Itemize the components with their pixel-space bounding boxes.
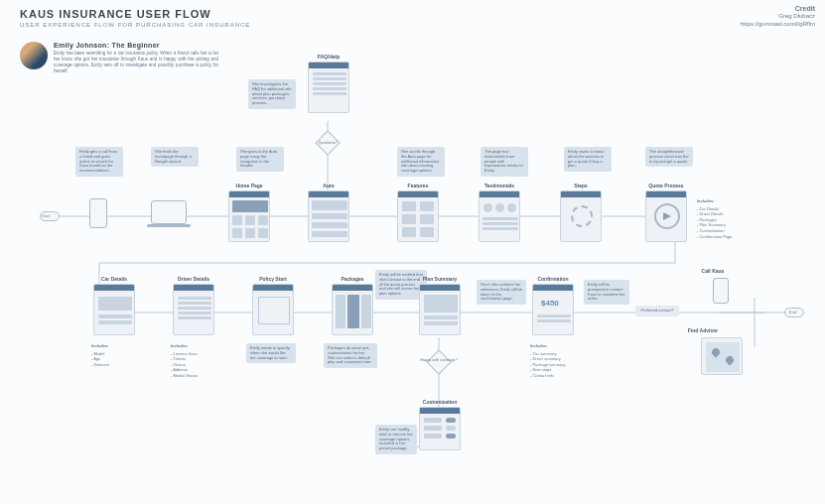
car-wireframe — [93, 284, 135, 335]
confirm-right-note: Emily will be prompted to contact Kaus t… — [584, 280, 629, 305]
credit-name: Greg Dlubacz — [741, 13, 815, 21]
auto-wireframe — [308, 190, 349, 242]
note-r2-1: Emily gets a call from a friend and goes… — [75, 147, 123, 177]
page-title: KAUS INSURANCE USER FLOW — [20, 8, 211, 20]
steps-wireframe — [560, 190, 602, 242]
auto-label: Auto — [299, 183, 358, 189]
plan-right-note: Once she confirms her selections, Emily … — [477, 280, 526, 305]
call-label: Call Kaus — [688, 268, 738, 274]
quote-label: Quote Process — [636, 183, 696, 189]
plan-label: Plan Summary — [410, 276, 470, 282]
faq-wireframe — [308, 62, 349, 113]
questions-label: Questions? — [313, 141, 343, 145]
confirm-includes: Includes:- Car summary - Driver summary … — [530, 343, 584, 379]
confirm-label: Confirmation — [523, 276, 583, 282]
driver-label: Driver Details — [164, 276, 223, 282]
persona-name: Emily Johnson: The Beginner — [54, 42, 218, 49]
packages-wireframe — [332, 284, 373, 335]
note-r2-3: She goes to the Auto page using the navi… — [236, 147, 284, 172]
features-wireframe — [397, 190, 439, 242]
note-r2-6: Emily wants to know about the process to… — [564, 147, 612, 172]
note-r2-7: The straightforward process convinces he… — [645, 147, 693, 167]
note-r2-5: The page has testimonials from people wi… — [481, 147, 528, 177]
faq-note: She investigates the FAQ for additional … — [248, 79, 296, 109]
avatar — [20, 42, 48, 69]
happy-diamond — [426, 349, 451, 374]
faq-label: FAQ/Help — [299, 54, 358, 60]
packages-note: Packages do some pre-customization for h… — [324, 343, 377, 368]
features-label: Features — [388, 183, 448, 189]
driver-wireframe — [173, 284, 214, 335]
custom-wireframe — [419, 407, 461, 450]
testimonials-wireframe — [479, 190, 520, 242]
laptop-base — [147, 224, 191, 227]
custom-label: Customization — [410, 399, 470, 405]
laptop-icon — [151, 200, 187, 224]
confirm-wireframe: $450 — [532, 284, 574, 335]
car-includes: Includes:- Model - Age - Distance — [91, 343, 145, 367]
credit-label: Credit — [741, 4, 815, 13]
note-r2-2: She finds the homepage through a Google … — [151, 147, 199, 167]
call-phone-icon — [713, 278, 729, 304]
persona-block: Emily Johnson: The Beginner Emily has be… — [20, 42, 218, 73]
note-r2-4: She scrolls through the Auto page for ad… — [397, 147, 445, 177]
home-label: Home Page — [219, 183, 279, 189]
packages-label: Packages — [323, 276, 382, 282]
credit-url: https://gumroad.com/l/gRflm — [741, 21, 815, 29]
start-label: Start — [42, 213, 50, 218]
steps-label: Steps — [551, 183, 611, 189]
phone-icon — [89, 198, 107, 228]
policy-wireframe — [252, 284, 294, 335]
driver-includes: Includes:- Licence class - Tickets - Cla… — [171, 343, 224, 379]
quote-includes: Includes: - Car Details - Driver Details… — [697, 198, 751, 239]
page-subtitle: USER EXPERIENCE FLOW FOR PURCHASING CAR … — [20, 22, 250, 28]
policy-label: Policy Start — [243, 276, 303, 282]
end-label: End — [789, 310, 796, 315]
car-label: Car Details — [84, 276, 144, 282]
persona-desc: Emily has been searching for a car insur… — [54, 51, 218, 73]
testimonials-label: Testimonials — [470, 183, 529, 189]
credit-block: Credit Greg Dlubacz https://gumroad.com/… — [741, 4, 815, 29]
custom-note: Emily can modify, add, or remove her cov… — [375, 425, 417, 454]
policy-note: Emily needs to specify when she would li… — [246, 343, 296, 363]
plan-wireframe — [419, 284, 461, 335]
find-wireframe — [701, 337, 743, 375]
home-wireframe — [228, 190, 270, 242]
find-label: Find Advisor — [673, 327, 733, 333]
pref-contact: Preferred contact? — [635, 306, 679, 316]
happy-label: Happy with coverage? — [419, 358, 459, 362]
quote-wireframe — [645, 190, 687, 242]
